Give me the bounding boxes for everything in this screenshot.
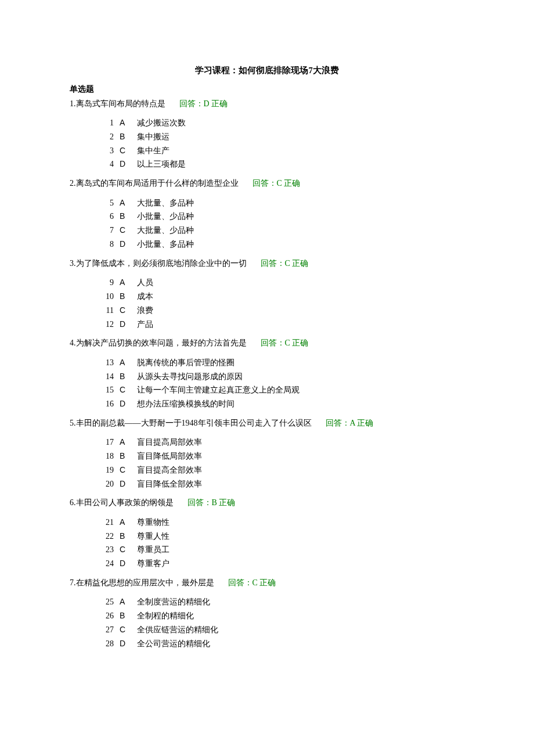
question-stem: 2.离岛式的车间布局适用于什么样的制造型企业	[70, 179, 239, 188]
option-letter: D	[120, 477, 131, 491]
option-row: 13A脱离传统的事后管理的怪圈	[98, 356, 464, 370]
option-text: 盲目降低全部效率	[137, 477, 464, 491]
option-text: 浪费	[137, 304, 464, 318]
option-text: 从源头去寻找问题形成的原因	[137, 370, 464, 384]
option-text: 以上三项都是	[137, 157, 464, 171]
options-list: 1A减少搬运次数2B集中搬运3C集中生产4D以上三项都是	[98, 116, 464, 171]
options-list: 25A全制度营运的精细化26B全制程的精细化27C全供应链营运的精细化28D全公…	[98, 595, 464, 650]
option-number: 7	[98, 224, 114, 237]
option-text: 尊重人性	[137, 530, 464, 543]
option-letter: C	[120, 144, 131, 158]
option-letter: B	[120, 130, 131, 144]
option-text: 成本	[137, 290, 464, 304]
option-letter: B	[120, 449, 131, 463]
option-letter: C	[120, 383, 131, 397]
option-number: 24	[98, 557, 114, 571]
answer-note: 回答：C 正确	[228, 578, 276, 587]
option-text: 减少搬运次数	[137, 116, 464, 130]
question-stem: 3.为了降低成本，则必须彻底地消除企业中的一切	[70, 259, 247, 268]
options-list: 5A大批量、多品种6B小批量、少品种7C大批量、少品种8D小批量、多品种	[98, 196, 464, 251]
options-list: 21A尊重物性22B尊重人性23C尊重员工24D尊重客户	[98, 516, 464, 571]
question-line: 3.为了降低成本，则必须彻底地消除企业中的一切回答：C 正确	[70, 257, 464, 270]
option-row: 24D尊重客户	[98, 557, 464, 571]
option-letter: B	[120, 290, 131, 304]
option-letter: A	[120, 196, 131, 210]
option-row: 8D小批量、多品种	[98, 237, 464, 251]
option-letter: D	[120, 397, 131, 411]
option-row: 20D盲目降低全部效率	[98, 477, 464, 491]
options-list: 17A盲目提高局部效率18B盲目降低局部效率19C盲目提高全部效率20D盲目降低…	[98, 435, 464, 491]
option-number: 28	[98, 637, 114, 651]
option-row: 18B盲目降低局部效率	[98, 449, 464, 463]
option-row: 16D想办法压缩换模换线的时间	[98, 397, 464, 411]
option-row: 1A减少搬运次数	[98, 116, 464, 130]
option-letter: B	[120, 530, 131, 543]
option-row: 21A尊重物性	[98, 516, 464, 530]
option-row: 4D以上三项都是	[98, 157, 464, 171]
answer-note: 回答：C 正确	[261, 339, 309, 347]
options-list: 13A脱离传统的事后管理的怪圈14B从源头去寻找问题形成的原因15C让每一个车间…	[98, 356, 464, 411]
option-text: 大批量、多品种	[137, 196, 464, 210]
option-text: 集中生产	[137, 144, 464, 158]
option-number: 13	[98, 356, 114, 370]
option-text: 尊重客户	[137, 557, 464, 571]
option-text: 小批量、少品种	[137, 210, 464, 224]
option-row: 22B尊重人性	[98, 530, 464, 543]
option-number: 25	[98, 595, 114, 609]
option-letter: A	[120, 435, 131, 449]
option-row: 6B小批量、少品种	[98, 210, 464, 224]
option-number: 20	[98, 477, 114, 491]
option-number: 21	[98, 516, 114, 530]
question-line: 2.离岛式的车间布局适用于什么样的制造型企业回答：C 正确	[70, 177, 464, 190]
questions-container: 1.离岛式车间布局的特点是回答：D 正确1A减少搬运次数2B集中搬运3C集中生产…	[70, 98, 464, 651]
option-letter: C	[120, 304, 131, 318]
option-row: 26B全制程的精细化	[98, 609, 464, 623]
option-row: 9A人员	[98, 276, 464, 290]
option-letter: B	[120, 210, 131, 224]
option-row: 2B集中搬运	[98, 130, 464, 144]
options-list: 9A人员10B成本11C浪费12D产品	[98, 276, 464, 331]
option-text: 集中搬运	[137, 130, 464, 144]
option-letter: B	[120, 609, 131, 623]
option-number: 17	[98, 435, 114, 449]
option-number: 26	[98, 609, 114, 623]
option-letter: D	[120, 557, 131, 571]
option-number: 8	[98, 237, 114, 251]
option-row: 19C盲目提高全部效率	[98, 463, 464, 477]
option-letter: D	[120, 237, 131, 251]
option-row: 12D产品	[98, 318, 464, 332]
answer-note: 回答：D 正确	[179, 99, 228, 108]
answer-note: 回答：B 正确	[187, 498, 236, 507]
option-number: 27	[98, 623, 114, 637]
option-row: 15C让每一个车间主管建立起真正意义上的全局观	[98, 383, 464, 397]
option-letter: A	[120, 356, 131, 370]
option-letter: D	[120, 157, 131, 171]
question-stem: 5.丰田的副总裁——大野耐一于1948年引领丰田公司走入了什么误区	[70, 419, 312, 427]
option-letter: C	[120, 623, 131, 637]
option-row: 3C集中生产	[98, 144, 464, 158]
question-line: 4.为解决产品切换的效率问题，最好的方法首先是回答：C 正确	[70, 337, 464, 350]
option-row: 10B成本	[98, 290, 464, 304]
option-text: 尊重物性	[137, 516, 464, 530]
answer-note: 回答：A 正确	[326, 419, 374, 427]
option-number: 1	[98, 116, 114, 130]
answer-note: 回答：C 正确	[252, 179, 301, 188]
question-line: 5.丰田的副总裁——大野耐一于1948年引领丰田公司走入了什么误区回答：A 正确	[70, 417, 464, 430]
option-number: 4	[98, 157, 114, 171]
option-text: 人员	[137, 276, 464, 290]
option-text: 想办法压缩换模换线的时间	[137, 397, 464, 411]
option-number: 23	[98, 543, 114, 557]
question-stem: 1.离岛式车间布局的特点是	[70, 99, 165, 108]
option-number: 2	[98, 130, 114, 144]
option-number: 10	[98, 290, 114, 304]
question-line: 7.在精益化思想的应用层次中，最外层是回答：C 正确	[70, 577, 464, 589]
option-letter: C	[120, 224, 131, 237]
option-number: 22	[98, 530, 114, 543]
option-row: 14B从源头去寻找问题形成的原因	[98, 370, 464, 384]
option-number: 5	[98, 196, 114, 210]
option-row: 7C大批量、少品种	[98, 224, 464, 237]
option-number: 11	[98, 304, 114, 318]
option-row: 5A大批量、多品种	[98, 196, 464, 210]
option-number: 9	[98, 276, 114, 290]
option-row: 25A全制度营运的精细化	[98, 595, 464, 609]
